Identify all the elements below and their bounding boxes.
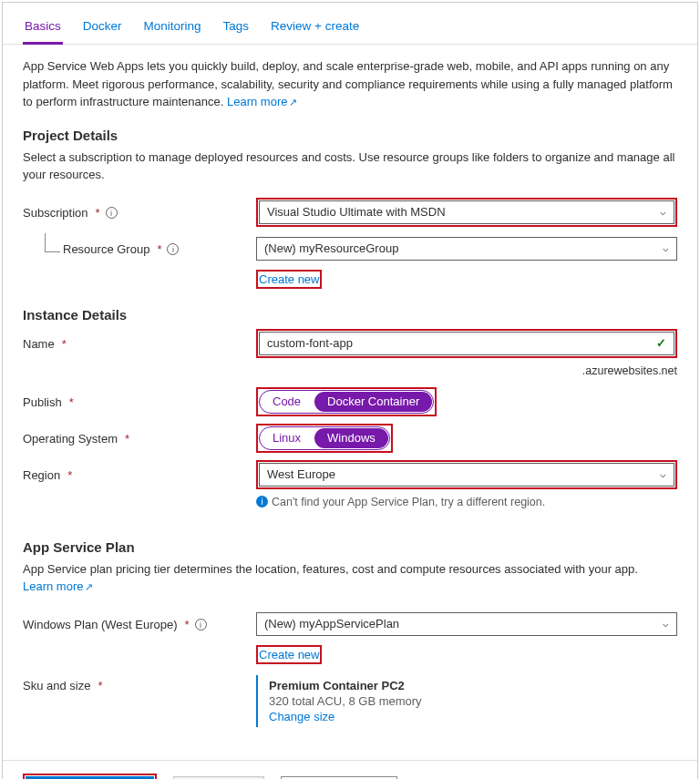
footer-bar: Review + create < Previous Next : Docker… <box>3 760 697 780</box>
tab-monitoring[interactable]: Monitoring <box>142 12 203 44</box>
os-windows-option[interactable]: Windows <box>314 428 388 448</box>
tab-tags[interactable]: Tags <box>221 12 252 44</box>
create-new-rg-link[interactable]: Create new <box>259 272 319 286</box>
project-details-heading: Project Details <box>23 128 677 143</box>
publish-toggle: Code Docker Container <box>259 390 434 414</box>
chevron-down-icon: ⌵ <box>663 242 669 254</box>
sku-label: Sku and size <box>23 679 90 692</box>
learn-more-link[interactable]: Learn more↗ <box>227 95 297 108</box>
intro-text: App Service Web Apps lets you quickly bu… <box>23 57 677 111</box>
chevron-down-icon: ⌵ <box>663 618 669 630</box>
resource-group-label: Resource Group <box>63 242 149 256</box>
os-linux-option[interactable]: Linux <box>260 427 314 449</box>
publish-code-option[interactable]: Code <box>260 391 314 413</box>
external-link-icon: ↗ <box>85 581 93 592</box>
external-link-icon: ↗ <box>289 97 297 108</box>
change-size-link[interactable]: Change size <box>269 710 677 723</box>
plan-select[interactable]: (New) myAppServicePlan ⌵ <box>256 612 677 636</box>
chevron-down-icon: ⌵ <box>660 206 666 218</box>
publish-label: Publish <box>23 395 62 409</box>
sku-detail: 320 total ACU, 8 GB memory <box>269 694 677 708</box>
info-icon[interactable]: i <box>195 619 207 630</box>
domain-suffix: .azurewebsites.net <box>256 364 677 377</box>
plan-desc: App Service plan pricing tier determines… <box>23 560 677 596</box>
sku-title: Premium Container PC2 <box>269 679 677 692</box>
tab-basics[interactable]: Basics <box>23 12 63 45</box>
next-button[interactable]: Next : Docker > <box>281 776 397 780</box>
region-select[interactable]: West Europe ⌵ <box>259 463 674 487</box>
os-label: Operating System <box>23 432 118 446</box>
windows-plan-label: Windows Plan (West Europe) <box>23 618 178 631</box>
sku-block: Premium Container PC2 320 total ACU, 8 G… <box>256 675 677 727</box>
info-icon[interactable]: i <box>106 207 118 219</box>
plan-learn-more-link[interactable]: Learn more↗ <box>23 579 93 593</box>
tab-docker[interactable]: Docker <box>81 12 124 44</box>
subscription-label: Subscription <box>23 206 88 220</box>
name-label: Name <box>23 337 55 351</box>
check-icon: ✓ <box>656 336 666 350</box>
chevron-down-icon: ⌵ <box>660 468 666 480</box>
subscription-select[interactable]: Visual Studio Ultimate with MSDN ⌵ <box>259 200 674 224</box>
os-toggle: Linux Windows <box>259 426 390 450</box>
tab-review[interactable]: Review + create <box>269 12 361 44</box>
publish-docker-option[interactable]: Docker Container <box>314 392 432 412</box>
app-service-plan-heading: App Service Plan <box>23 539 677 555</box>
required-asterisk: * <box>96 206 100 220</box>
project-details-desc: Select a subscription to manage deployed… <box>23 149 677 184</box>
name-input[interactable]: custom-font-app ✓ <box>259 332 674 355</box>
previous-button: < Previous <box>173 776 264 780</box>
instance-details-heading: Instance Details <box>23 307 677 323</box>
create-new-plan-link[interactable]: Create new <box>259 648 319 661</box>
tab-bar: Basics Docker Monitoring Tags Review + c… <box>3 3 697 45</box>
region-label: Region <box>23 468 60 482</box>
intro-body: App Service Web Apps lets you quickly bu… <box>23 59 673 108</box>
region-helper-text: i Can't find your App Service Plan, try … <box>256 496 677 508</box>
review-create-button[interactable]: Review + create <box>26 776 154 780</box>
resource-group-select[interactable]: (New) myResourceGroup ⌵ <box>256 237 677 261</box>
info-icon[interactable]: i <box>167 243 179 255</box>
info-bullet-icon: i <box>256 496 268 507</box>
